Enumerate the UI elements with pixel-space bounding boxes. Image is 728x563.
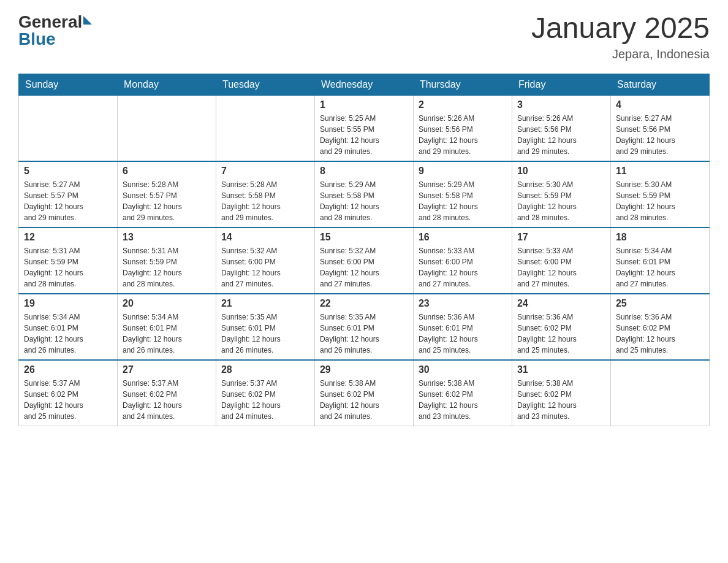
day-number: 9 [419,166,507,177]
calendar-cell: 13Sunrise: 5:31 AMSunset: 5:59 PMDayligh… [117,228,216,294]
day-info: Sunrise: 5:30 AMSunset: 5:59 PMDaylight:… [517,179,605,223]
day-number: 27 [123,364,211,375]
day-info: Sunrise: 5:36 AMSunset: 6:01 PMDaylight:… [419,312,507,356]
day-info: Sunrise: 5:31 AMSunset: 5:59 PMDaylight:… [123,245,211,289]
day-info: Sunrise: 5:34 AMSunset: 6:01 PMDaylight:… [123,312,211,356]
calendar-cell: 14Sunrise: 5:32 AMSunset: 6:00 PMDayligh… [216,228,314,294]
day-info: Sunrise: 5:33 AMSunset: 6:00 PMDaylight:… [419,245,507,289]
calendar-cell: 11Sunrise: 5:30 AMSunset: 5:59 PMDayligh… [610,161,709,228]
day-number: 17 [517,232,605,243]
day-number: 28 [221,364,309,375]
day-info: Sunrise: 5:37 AMSunset: 6:02 PMDaylight:… [123,378,211,422]
day-info: Sunrise: 5:28 AMSunset: 5:58 PMDaylight:… [221,179,309,223]
calendar-cell: 20Sunrise: 5:34 AMSunset: 6:01 PMDayligh… [117,294,216,360]
calendar-cell: 31Sunrise: 5:38 AMSunset: 6:02 PMDayligh… [512,360,610,426]
calendar-cell: 1Sunrise: 5:25 AMSunset: 5:55 PMDaylight… [314,95,413,161]
day-info: Sunrise: 5:35 AMSunset: 6:01 PMDaylight:… [221,312,309,356]
calendar-cell: 25Sunrise: 5:36 AMSunset: 6:02 PMDayligh… [610,294,709,360]
day-number: 4 [616,99,704,110]
day-number: 2 [419,99,507,110]
day-info: Sunrise: 5:35 AMSunset: 6:01 PMDaylight:… [320,312,408,356]
logo: General Blue [18,12,92,49]
calendar-cell: 10Sunrise: 5:30 AMSunset: 5:59 PMDayligh… [512,161,610,228]
calendar-cell: 23Sunrise: 5:36 AMSunset: 6:01 PMDayligh… [413,294,512,360]
page-header: General Blue January 2025 Jepara, Indone… [18,12,710,61]
calendar-table: SundayMondayTuesdayWednesdayThursdayFrid… [18,74,710,426]
day-number: 14 [221,232,309,243]
day-number: 30 [419,364,507,375]
day-number: 7 [221,166,309,177]
calendar-cell: 18Sunrise: 5:34 AMSunset: 6:01 PMDayligh… [610,228,709,294]
day-header-tuesday: Tuesday [216,74,314,95]
day-info: Sunrise: 5:25 AMSunset: 5:55 PMDaylight:… [320,113,408,157]
calendar-cell: 15Sunrise: 5:32 AMSunset: 6:00 PMDayligh… [314,228,413,294]
calendar-cell: 3Sunrise: 5:26 AMSunset: 5:56 PMDaylight… [512,95,610,161]
day-number: 3 [517,99,605,110]
calendar-cell: 4Sunrise: 5:27 AMSunset: 5:56 PMDaylight… [610,95,709,161]
day-header-wednesday: Wednesday [314,74,413,95]
calendar-cell: 27Sunrise: 5:37 AMSunset: 6:02 PMDayligh… [117,360,216,426]
day-number: 13 [123,232,211,243]
day-info: Sunrise: 5:27 AMSunset: 5:56 PMDaylight:… [616,113,704,157]
day-info: Sunrise: 5:30 AMSunset: 5:59 PMDaylight:… [616,179,704,223]
day-number: 16 [419,232,507,243]
calendar-week-row: 1Sunrise: 5:25 AMSunset: 5:55 PMDaylight… [19,95,710,161]
calendar-week-row: 12Sunrise: 5:31 AMSunset: 5:59 PMDayligh… [19,228,710,294]
day-info: Sunrise: 5:29 AMSunset: 5:58 PMDaylight:… [320,179,408,223]
calendar-cell [610,360,709,426]
calendar-subtitle: Jepara, Indonesia [531,47,710,61]
day-header-thursday: Thursday [413,74,512,95]
calendar-cell: 5Sunrise: 5:27 AMSunset: 5:57 PMDaylight… [19,161,118,228]
day-info: Sunrise: 5:32 AMSunset: 6:00 PMDaylight:… [320,245,408,289]
calendar-week-row: 26Sunrise: 5:37 AMSunset: 6:02 PMDayligh… [19,360,710,426]
calendar-cell: 6Sunrise: 5:28 AMSunset: 5:57 PMDaylight… [117,161,216,228]
day-info: Sunrise: 5:28 AMSunset: 5:57 PMDaylight:… [123,179,211,223]
day-number: 20 [123,298,211,309]
day-info: Sunrise: 5:37 AMSunset: 6:02 PMDaylight:… [24,378,112,422]
day-info: Sunrise: 5:36 AMSunset: 6:02 PMDaylight:… [616,312,704,356]
calendar-cell: 7Sunrise: 5:28 AMSunset: 5:58 PMDaylight… [216,161,314,228]
day-number: 15 [320,232,408,243]
calendar-header-row: SundayMondayTuesdayWednesdayThursdayFrid… [19,74,710,95]
calendar-cell: 29Sunrise: 5:38 AMSunset: 6:02 PMDayligh… [314,360,413,426]
day-number: 11 [616,166,704,177]
calendar-week-row: 5Sunrise: 5:27 AMSunset: 5:57 PMDaylight… [19,161,710,228]
calendar-title: January 2025 [531,12,710,45]
calendar-cell: 9Sunrise: 5:29 AMSunset: 5:58 PMDaylight… [413,161,512,228]
day-header-friday: Friday [512,74,610,95]
calendar-cell: 21Sunrise: 5:35 AMSunset: 6:01 PMDayligh… [216,294,314,360]
day-info: Sunrise: 5:34 AMSunset: 6:01 PMDaylight:… [616,245,704,289]
day-number: 22 [320,298,408,309]
day-number: 26 [24,364,112,375]
day-header-sunday: Sunday [19,74,118,95]
calendar-cell: 30Sunrise: 5:38 AMSunset: 6:02 PMDayligh… [413,360,512,426]
calendar-cell: 2Sunrise: 5:26 AMSunset: 5:56 PMDaylight… [413,95,512,161]
calendar-cell: 12Sunrise: 5:31 AMSunset: 5:59 PMDayligh… [19,228,118,294]
day-info: Sunrise: 5:26 AMSunset: 5:56 PMDaylight:… [517,113,605,157]
day-number: 29 [320,364,408,375]
day-number: 31 [517,364,605,375]
day-info: Sunrise: 5:36 AMSunset: 6:02 PMDaylight:… [517,312,605,356]
day-info: Sunrise: 5:38 AMSunset: 6:02 PMDaylight:… [419,378,507,422]
day-info: Sunrise: 5:37 AMSunset: 6:02 PMDaylight:… [221,378,309,422]
day-info: Sunrise: 5:31 AMSunset: 5:59 PMDaylight:… [24,245,112,289]
day-number: 1 [320,99,408,110]
day-header-monday: Monday [117,74,216,95]
day-number: 18 [616,232,704,243]
calendar-cell: 8Sunrise: 5:29 AMSunset: 5:58 PMDaylight… [314,161,413,228]
day-header-saturday: Saturday [610,74,709,95]
day-info: Sunrise: 5:33 AMSunset: 6:00 PMDaylight:… [517,245,605,289]
calendar-cell [117,95,216,161]
day-number: 5 [24,166,112,177]
title-block: January 2025 Jepara, Indonesia [531,12,710,61]
calendar-cell: 22Sunrise: 5:35 AMSunset: 6:01 PMDayligh… [314,294,413,360]
day-number: 25 [616,298,704,309]
day-info: Sunrise: 5:34 AMSunset: 6:01 PMDaylight:… [24,312,112,356]
day-info: Sunrise: 5:29 AMSunset: 5:58 PMDaylight:… [419,179,507,223]
calendar-cell: 28Sunrise: 5:37 AMSunset: 6:02 PMDayligh… [216,360,314,426]
calendar-cell: 17Sunrise: 5:33 AMSunset: 6:00 PMDayligh… [512,228,610,294]
day-info: Sunrise: 5:38 AMSunset: 6:02 PMDaylight:… [320,378,408,422]
logo-arrow-icon [83,16,92,25]
logo-blue-text: Blue [18,29,92,49]
day-number: 12 [24,232,112,243]
